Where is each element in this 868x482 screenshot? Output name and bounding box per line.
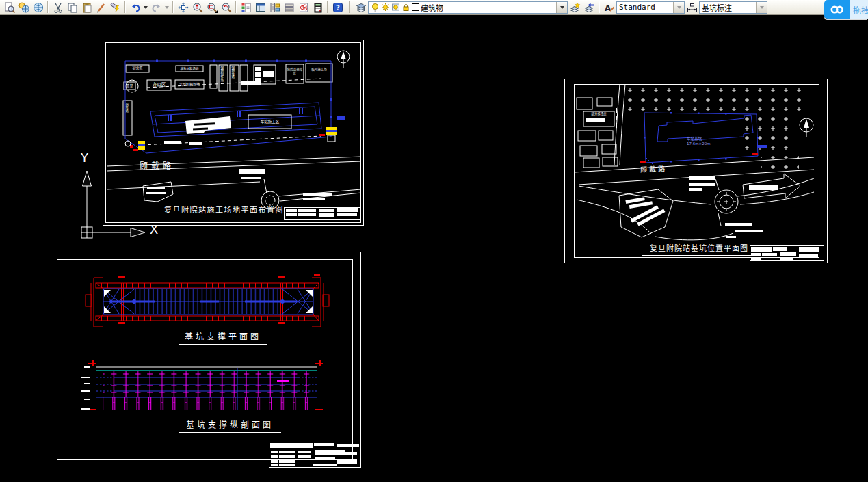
label-hazard-store: 危险品仓库区 <box>287 68 303 75</box>
layer-combo-dropdown[interactable] <box>556 2 567 13</box>
dim-style-dropdown[interactable] <box>756 2 767 13</box>
help-button[interactable]: ? <box>330 1 345 14</box>
properties-button[interactable] <box>239 1 253 14</box>
bulb-icon <box>371 3 380 12</box>
label-parking: 停车场 <box>124 103 129 133</box>
label-rebar-shop: 钢筋制作场 <box>220 66 224 90</box>
label-temp-work: 临时施工场 <box>307 68 331 72</box>
dim-style-value: 基坑标注 <box>702 2 756 13</box>
label-demolish: 部分拆迁房 <box>584 112 614 116</box>
toolbar: ? 建筑物 A Standard 基坑标注 <box>0 0 868 15</box>
separator <box>172 1 174 13</box>
zoom-previous-button[interactable] <box>219 1 233 14</box>
site-plan-title-block <box>285 207 361 220</box>
layers-manager-button[interactable] <box>354 1 368 14</box>
label-rebar-yard: 钢筋堆场 <box>231 66 235 90</box>
location-plan-title-block <box>750 246 824 261</box>
support-drawing-linework <box>49 252 361 468</box>
separator <box>235 1 237 13</box>
ucs-icon <box>81 171 145 238</box>
publish-button[interactable] <box>16 1 31 14</box>
question-mark-icon: ? <box>336 4 340 12</box>
dim-style-combo[interactable]: 基坑标注 <box>699 1 767 14</box>
cloud-drag-overlay[interactable]: 拖拽 <box>824 0 868 19</box>
redo-dropdown[interactable] <box>163 1 170 14</box>
separator <box>327 1 328 13</box>
plot-preview-button[interactable] <box>2 1 16 14</box>
match-properties-button[interactable] <box>108 1 122 14</box>
cad-linework <box>0 0 868 482</box>
current-layer-value: 建筑物 <box>421 2 556 13</box>
pan-button[interactable] <box>176 1 190 14</box>
separator <box>47 1 49 13</box>
site-plan-road-label: 顾戴路 <box>140 161 174 172</box>
support-title-block <box>269 442 360 468</box>
text-style-dropdown[interactable] <box>673 2 684 13</box>
site-plan-title: 复旦附院站施工场地平面布置图 <box>164 206 284 217</box>
cloud-drag-hint: 拖拽 <box>850 0 868 19</box>
label-station-zone: 车站施工区 <box>249 116 291 127</box>
text-style-value: Standard <box>619 3 673 12</box>
text-style-button[interactable]: A <box>602 1 616 14</box>
copy-button[interactable] <box>65 1 79 14</box>
web-publish-button[interactable] <box>31 1 45 14</box>
freeze-icon <box>391 3 400 12</box>
label-canteen: 食堂 <box>124 83 135 88</box>
sheetset-manager-button[interactable] <box>282 1 296 14</box>
sun-icon <box>381 3 390 12</box>
support-plan-title: 基坑支撑平面图 <box>179 332 267 345</box>
paste-button[interactable] <box>79 1 94 14</box>
dim-style-button[interactable] <box>685 1 699 14</box>
cloud-logo-icon[interactable] <box>824 0 850 19</box>
designcenter-button[interactable] <box>253 1 267 14</box>
zoom-window-button[interactable] <box>205 1 219 14</box>
undo-button[interactable] <box>128 1 142 14</box>
redo-button[interactable] <box>149 1 163 14</box>
make-layer-current-button[interactable] <box>568 1 582 14</box>
separator <box>599 1 600 13</box>
location-plan-title: 复旦附院站基坑位置平面图 <box>642 244 757 256</box>
separator <box>124 1 126 13</box>
markup-manager-button[interactable] <box>296 1 311 14</box>
pit-size-label-1: 车站基坑 <box>687 137 702 142</box>
tool-palettes-button[interactable] <box>267 1 282 14</box>
ucs-y-label: Y <box>81 150 88 166</box>
layer-color-swatch <box>412 3 419 11</box>
undo-dropdown[interactable] <box>142 1 149 14</box>
layer-previous-button[interactable] <box>582 1 596 14</box>
edit-pencil-button[interactable] <box>94 1 108 14</box>
location-plan-road-label: 顾戴路 <box>640 165 668 175</box>
zoom-realtime-button[interactable] <box>190 1 205 14</box>
label-machine-yard: 大型机械场地 <box>175 82 204 86</box>
label-dorm-area: 宿舍区 <box>126 66 149 70</box>
model-space-canvas[interactable]: Y X 宿舍区 食堂 办公区 堆放材料场地 大型机械场地 钢筋制作场 钢筋堆场 … <box>0 0 868 482</box>
text-style-combo[interactable]: Standard <box>616 1 685 14</box>
layer-combo[interactable]: 建筑物 <box>368 1 568 14</box>
pit-size-label-2: 17.6m×20m <box>687 142 711 146</box>
ucs-x-label: X <box>150 222 158 238</box>
location-plan-linework <box>565 79 828 263</box>
lock-icon <box>402 3 410 12</box>
label-office-area: 办公区 <box>147 82 171 88</box>
quickcalc-button[interactable] <box>311 1 325 14</box>
cut-button[interactable] <box>51 1 65 14</box>
toolbar-grip[interactable] <box>349 1 352 13</box>
label-material-yard: 堆放材料场地 <box>176 67 203 71</box>
support-section-title: 基坑支撑纵剖面图 <box>179 420 281 433</box>
